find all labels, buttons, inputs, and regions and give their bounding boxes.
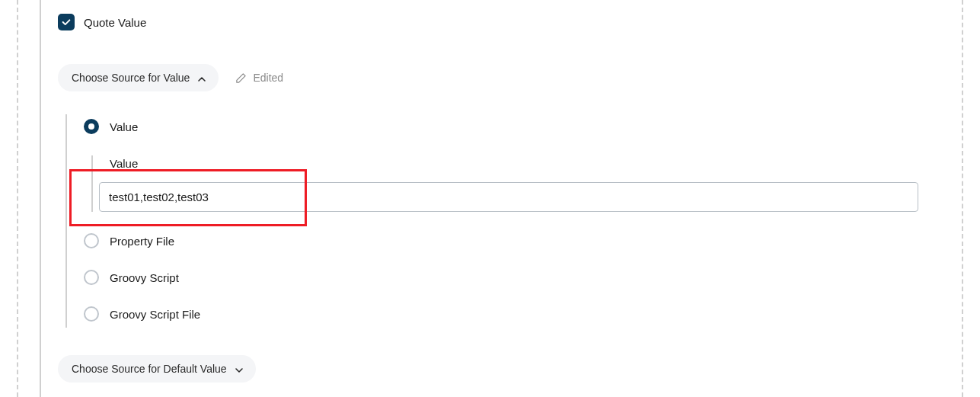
value-field-label: Value: [110, 155, 962, 170]
choose-source-value-button[interactable]: Choose Source for Value: [58, 64, 219, 91]
check-icon: [61, 17, 72, 27]
source-pill-row: Choose Source for Value Edited: [58, 64, 962, 91]
radio-property-file-label: Property File: [110, 235, 174, 248]
choose-source-default-value-button[interactable]: Choose Source for Default Value: [58, 355, 256, 383]
radio-row-groovy-script-file: Groovy Script File: [84, 306, 962, 322]
radio-groovy-script-file-label: Groovy Script File: [110, 308, 200, 321]
radio-value-label: Value: [110, 120, 138, 133]
radio-value[interactable]: [84, 119, 99, 134]
radio-row-groovy-script: Groovy Script: [84, 270, 962, 285]
radio-row-value: Value: [84, 119, 962, 134]
quote-value-row: Quote Value: [58, 14, 962, 30]
pencil-icon: [235, 72, 247, 84]
quote-value-label: Quote Value: [84, 16, 146, 29]
radio-groovy-script-label: Groovy Script: [110, 271, 179, 284]
chevron-up-icon: [197, 74, 205, 82]
radio-groovy-script[interactable]: [84, 270, 99, 285]
radio-groovy-script-file[interactable]: [84, 306, 99, 322]
edited-indicator: Edited: [235, 72, 283, 84]
radio-section: Value Value Property File Groovy Script …: [65, 114, 962, 328]
value-subsection: Value: [91, 155, 962, 212]
radio-row-property-file: Property File: [84, 233, 962, 248]
quote-value-checkbox[interactable]: [58, 14, 75, 30]
choose-source-value-label: Choose Source for Value: [72, 72, 190, 84]
edited-label: Edited: [253, 72, 283, 84]
choose-source-default-value-label: Choose Source for Default Value: [72, 363, 227, 375]
radio-property-file[interactable]: [84, 233, 99, 248]
chevron-down-icon: [235, 365, 242, 373]
value-input[interactable]: [99, 182, 918, 212]
